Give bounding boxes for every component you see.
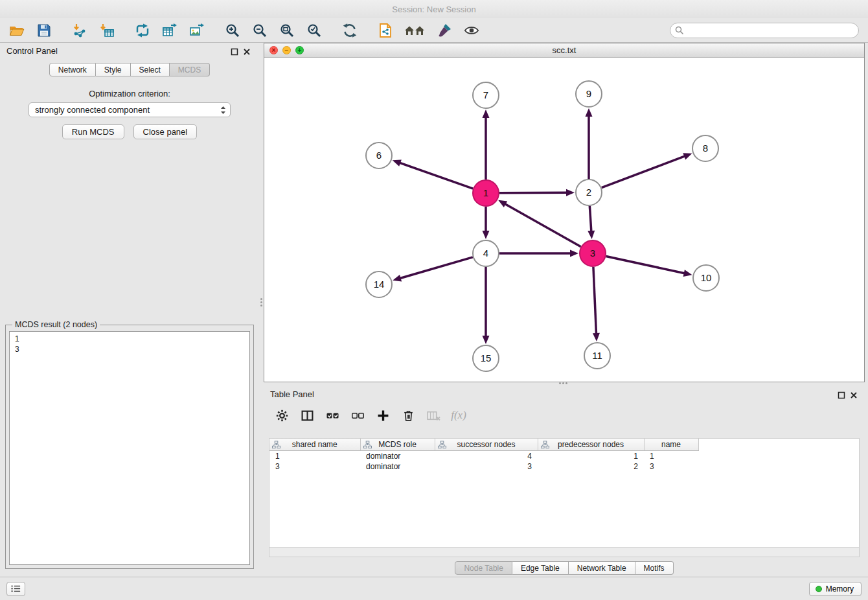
first-neighbors-button[interactable]: [404, 21, 426, 40]
table-cell: 1: [644, 451, 698, 462]
svg-text:1: 1: [483, 187, 488, 198]
splitter-handle-icon: [260, 298, 262, 306]
float-table-panel-button[interactable]: [838, 391, 847, 400]
table-row[interactable]: 1dominator411: [269, 451, 698, 462]
close-panel-button[interactable]: [243, 47, 252, 56]
optimization-criterion-select[interactable]: strongly connected component: [29, 102, 231, 117]
export-network-button[interactable]: [133, 21, 151, 40]
graph-node-8[interactable]: 8: [692, 135, 718, 161]
graph-edge-arrowhead: [588, 231, 595, 239]
zoom-selected-button[interactable]: [305, 21, 323, 40]
column-header-shared-name[interactable]: shared name: [269, 439, 360, 451]
apply-style-button[interactable]: [435, 21, 453, 40]
table-cell: 1: [538, 451, 644, 462]
close-panel-button-secondary[interactable]: Close panel: [133, 124, 198, 139]
open-file-button[interactable]: [8, 21, 25, 40]
table-cell: 3: [644, 461, 698, 472]
two-houses-icon: [404, 23, 425, 38]
tab-network[interactable]: Network: [49, 63, 96, 76]
table-panel: Table Panel f(x): [264, 386, 865, 577]
vertical-splitter[interactable]: [259, 43, 264, 573]
new-network-from-selection-button[interactable]: [376, 21, 394, 40]
memory-button[interactable]: Memory: [809, 582, 862, 596]
table-cell: 3: [435, 461, 538, 472]
svg-text:15: 15: [481, 352, 492, 363]
graph-node-3[interactable]: 3: [580, 240, 606, 266]
export-table-button[interactable]: [161, 21, 178, 40]
delete-column-icon: [427, 410, 440, 422]
delete-row-button[interactable]: [400, 408, 416, 423]
minimize-window-button[interactable]: −: [282, 46, 291, 54]
tab-motifs[interactable]: Motifs: [635, 561, 674, 575]
graph-edge-1-2[interactable]: [499, 192, 567, 193]
delete-column-button[interactable]: [426, 408, 441, 423]
graph-edge-4-14[interactable]: [400, 257, 473, 279]
tab-mcds[interactable]: MCDS: [170, 63, 210, 76]
control-panel-tabs: Network Style Select MCDS: [0, 63, 259, 76]
graph-node-14[interactable]: 14: [366, 271, 392, 297]
svg-text:7: 7: [483, 89, 488, 100]
graph-edge-3-1[interactable]: [505, 203, 581, 246]
task-history-button[interactable]: [6, 582, 25, 596]
table-cell: 2: [538, 461, 644, 472]
export-image-button[interactable]: [188, 21, 205, 40]
zoom-out-button[interactable]: [251, 21, 268, 40]
add-column-button[interactable]: [375, 408, 391, 423]
table-row[interactable]: 3dominator323: [269, 461, 698, 472]
graph-node-6[interactable]: 6: [366, 143, 392, 168]
graph-edge-2-8[interactable]: [602, 156, 685, 188]
search-input[interactable]: [670, 23, 859, 38]
float-panel-button[interactable]: [231, 47, 240, 56]
select-all-button[interactable]: [325, 408, 340, 423]
horizontal-scrollbar[interactable]: [269, 548, 860, 557]
export-network-icon: [135, 23, 150, 38]
graph-edge-3-11[interactable]: [593, 267, 597, 334]
table-tabs: Node Table Edge Table Network Table Moti…: [264, 561, 865, 575]
close-window-button[interactable]: ×: [269, 46, 278, 54]
network-canvas[interactable]: 7968124314101511: [264, 57, 864, 382]
window-resize-handle[interactable]: [559, 382, 567, 384]
gear-icon: [276, 410, 288, 422]
graph-node-4[interactable]: 4: [473, 240, 499, 266]
tab-select[interactable]: Select: [131, 63, 170, 76]
graph-edge-2-3[interactable]: [589, 206, 591, 232]
zoom-window-button[interactable]: +: [295, 46, 304, 54]
svg-text:11: 11: [592, 350, 602, 361]
close-table-panel-button[interactable]: [850, 391, 859, 400]
zoom-fit-button[interactable]: [278, 21, 295, 40]
column-header-predecessor-nodes[interactable]: predecessor nodes: [538, 439, 644, 451]
tab-edge-table[interactable]: Edge Table: [512, 561, 569, 575]
table-settings-button[interactable]: [274, 408, 290, 423]
export-image-icon: [189, 23, 205, 38]
deselect-all-button[interactable]: [350, 408, 365, 423]
run-mcds-button[interactable]: Run MCDS: [62, 124, 124, 139]
import-table-button[interactable]: [98, 21, 115, 40]
graph-node-7[interactable]: 7: [473, 82, 499, 108]
column-header-successor-nodes[interactable]: successor nodes: [435, 439, 538, 451]
tab-style[interactable]: Style: [96, 63, 131, 76]
show-columns-button[interactable]: [299, 408, 315, 423]
import-network-button[interactable]: [71, 21, 88, 40]
graph-edge-3-10[interactable]: [606, 256, 685, 273]
column-header-name[interactable]: name: [644, 439, 698, 451]
plus-icon: [377, 410, 389, 422]
zoom-in-icon: [225, 23, 240, 38]
graph-node-9[interactable]: 9: [576, 81, 602, 107]
graph-node-10[interactable]: 10: [693, 265, 719, 291]
zoom-in-button[interactable]: [223, 21, 241, 40]
show-hide-button[interactable]: [463, 21, 480, 40]
graph-node-15[interactable]: 15: [473, 345, 499, 371]
tab-node-table[interactable]: Node Table: [455, 561, 512, 575]
tab-network-table[interactable]: Network Table: [569, 561, 635, 575]
graph-edge-arrowhead: [393, 159, 402, 166]
graph-edge-1-6[interactable]: [399, 163, 473, 189]
graph-node-11[interactable]: 11: [584, 343, 610, 369]
function-builder-button[interactable]: f(x): [451, 408, 466, 423]
save-session-button[interactable]: [35, 21, 52, 40]
column-type-icon: [363, 441, 372, 449]
graph-node-1[interactable]: 1: [473, 180, 499, 206]
column-header-mcds-role[interactable]: MCDS role: [360, 439, 435, 451]
graph-node-2[interactable]: 2: [576, 179, 602, 205]
refresh-layout-button[interactable]: [341, 21, 358, 40]
optimization-criterion-label: Optimization criterion:: [0, 89, 259, 98]
